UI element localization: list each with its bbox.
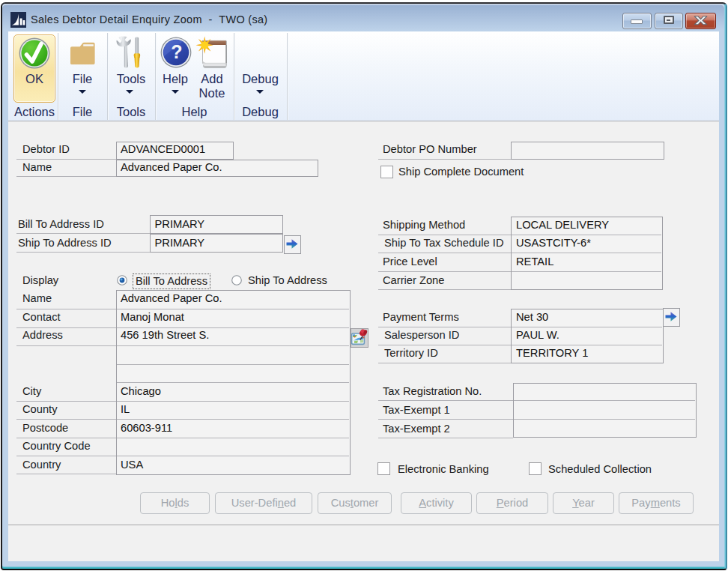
svg-text:?: ? bbox=[171, 41, 182, 62]
